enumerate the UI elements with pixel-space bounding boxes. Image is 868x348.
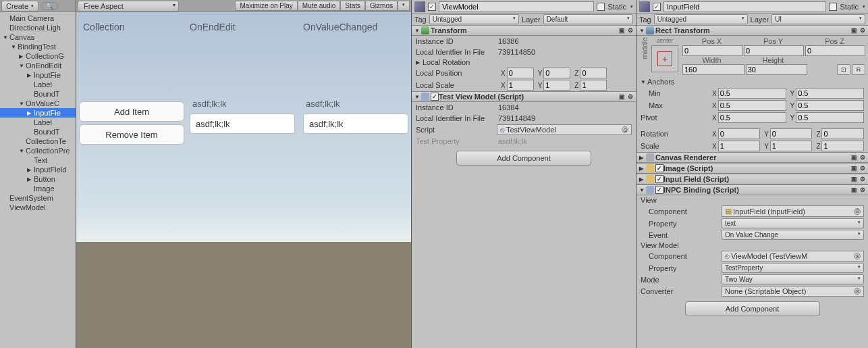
help-icon[interactable]: ▣	[851, 187, 857, 193]
hierarchy-item[interactable]: ▼Canvas	[0, 32, 76, 42]
rscale-y[interactable]	[770, 141, 813, 151]
gear-icon[interactable]: ⚙	[860, 154, 865, 161]
component-header[interactable]: ▶Image (Script)▣⚙	[636, 163, 868, 174]
inpc-enabled-checkbox[interactable]	[655, 186, 663, 194]
component-enabled-checkbox[interactable]	[655, 164, 663, 172]
rscale-x[interactable]	[718, 141, 761, 151]
hierarchy-item[interactable]: ▼OnEndEdit	[0, 61, 76, 70]
testviewmodel-header[interactable]: ▼ Test View Model (Script) ▣ ⚙	[412, 91, 636, 102]
hierarchy-item[interactable]: Label	[0, 118, 76, 127]
hierarchy-item[interactable]: ▶Button	[0, 174, 76, 184]
remove-item-button[interactable]: Remove Item	[79, 124, 184, 145]
component-header[interactable]: ▶Input Field (Script)▣⚙	[636, 174, 868, 184]
help-icon[interactable]: ▣	[619, 27, 625, 34]
static-dropdown-icon[interactable]: ▾	[630, 4, 633, 9]
tag-dropdown[interactable]: Untagged	[429, 14, 519, 24]
hierarchy-item[interactable]: Main Camera	[0, 14, 76, 23]
game-toolbar-gizmos[interactable]: Gizmos	[365, 1, 398, 11]
mode-dropdown[interactable]: Two Way	[722, 274, 864, 284]
game-toolbar-stats[interactable]: Stats	[340, 1, 365, 11]
help-icon[interactable]: ▣	[851, 176, 857, 182]
rect-width[interactable]	[682, 64, 744, 75]
rscale-z[interactable]	[821, 141, 864, 151]
help-icon[interactable]: ▣	[619, 93, 625, 100]
gameobject-name[interactable]	[663, 1, 826, 12]
gameobject-icon[interactable]	[414, 1, 425, 12]
scale-y[interactable]	[543, 80, 570, 91]
add-component-button[interactable]: Add Component	[685, 301, 820, 316]
search-icon[interactable]: 🔍	[41, 2, 58, 10]
game-toolbar-mute-audio[interactable]: Mute audio	[298, 1, 340, 11]
transform-header[interactable]: ▼ Transform ▣ ⚙	[412, 25, 636, 36]
help-icon[interactable]: ▣	[851, 154, 857, 161]
tvm-enabled-checkbox[interactable]	[431, 93, 439, 101]
gear-icon[interactable]: ⚙	[860, 176, 865, 182]
gear-icon[interactable]: ⚙	[860, 165, 865, 172]
converter-field[interactable]: None (Scriptable Object)⊙	[722, 286, 864, 297]
hierarchy-item[interactable]: Text	[0, 155, 76, 165]
component-enabled-checkbox[interactable]	[655, 175, 663, 183]
layer-dropdown[interactable]: Default	[543, 14, 633, 24]
rect-pos-z[interactable]	[805, 45, 865, 56]
script-field[interactable]: ⎋TestViewModel⊙	[497, 124, 632, 135]
hierarchy-item[interactable]: ▼CollectionPre	[0, 146, 76, 155]
game-toolbar-maximize-on-play[interactable]: Maximize on Play	[235, 1, 297, 11]
hierarchy-item[interactable]: BoundT	[0, 127, 76, 136]
hierarchy-item[interactable]: EventSystem	[0, 193, 76, 203]
input-onvaluechanged[interactable]: asdf;lk;lk	[303, 114, 408, 134]
hierarchy-item[interactable]: ▶CollectionG	[0, 51, 76, 61]
hierarchy-item[interactable]: Directional Ligh	[0, 23, 76, 32]
rot-z[interactable]	[821, 128, 864, 139]
gear-icon[interactable]: ⚙	[628, 93, 633, 100]
rot-x[interactable]	[718, 128, 761, 139]
hierarchy-item[interactable]: Label	[0, 80, 76, 89]
view-component-field[interactable]: ▦InputField (InputField)⊙	[722, 205, 864, 217]
gear-icon[interactable]: ⚙	[628, 27, 633, 34]
hierarchy-item[interactable]: CollectionTe	[0, 136, 76, 146]
gameobject-name[interactable]	[439, 1, 594, 12]
game-view[interactable]: Collection OnEndEdit OnValueChanged asdf…	[76, 12, 411, 242]
static-dropdown-icon[interactable]: ▾	[863, 4, 865, 9]
help-icon[interactable]: ▣	[851, 27, 857, 34]
anchor-min-y[interactable]	[796, 88, 864, 99]
static-checkbox[interactable]	[829, 3, 837, 11]
pivot-y[interactable]	[796, 112, 864, 123]
hierarchy-item[interactable]: ▼OnValueC	[0, 99, 76, 108]
raw-edit-button[interactable]: R	[852, 64, 865, 75]
pivot-x[interactable]	[718, 112, 786, 123]
input-onendedit[interactable]: asdf;lk;lk	[190, 114, 295, 134]
hierarchy-item[interactable]: ▶InputFie	[0, 108, 76, 118]
rect-pos-y[interactable]	[744, 45, 804, 56]
anchor-min-x[interactable]	[718, 88, 786, 99]
gameobject-icon[interactable]	[639, 1, 650, 12]
layer-dropdown[interactable]: UI	[771, 14, 865, 24]
scale-x[interactable]	[507, 80, 534, 91]
blueprint-mode-button[interactable]: ⊡	[837, 64, 850, 75]
hierarchy-item[interactable]: ViewModel	[0, 203, 76, 212]
hierarchy-item[interactable]: Image	[0, 184, 76, 193]
gear-icon[interactable]: ⚙	[860, 187, 865, 193]
active-checkbox[interactable]	[428, 3, 436, 11]
view-event-dropdown[interactable]: On Value Change	[722, 230, 864, 240]
anchor-max-y[interactable]	[796, 100, 864, 111]
gear-icon[interactable]: ⚙	[860, 27, 865, 34]
view-property-dropdown[interactable]: text	[722, 218, 864, 228]
anchor-max-x[interactable]	[718, 100, 786, 111]
vm-property-dropdown[interactable]: TestProperty	[722, 263, 864, 273]
hierarchy-tree[interactable]: Main CameraDirectional Ligh▼Canvas▼Bindi…	[0, 12, 76, 214]
active-checkbox[interactable]	[653, 3, 661, 11]
anchor-preset[interactable]	[651, 45, 678, 72]
static-checkbox[interactable]	[597, 3, 605, 11]
scale-z[interactable]	[580, 80, 607, 91]
aspect-dropdown[interactable]: Free Aspect	[78, 1, 179, 11]
hierarchy-item[interactable]: ▼BindingTest	[0, 42, 76, 51]
inpc-binding-header[interactable]: ▼ INPC Binding (Script) ▣ ⚙	[636, 184, 868, 195]
rect-height[interactable]	[746, 64, 808, 75]
hierarchy-item[interactable]: ▶InputFie	[0, 70, 76, 80]
rot-y[interactable]	[770, 128, 813, 139]
create-button[interactable]: Create ▾	[1, 1, 38, 11]
pos-y[interactable]	[543, 68, 570, 78]
rect-pos-x[interactable]	[682, 45, 742, 56]
recttransform-header[interactable]: ▼ Rect Transform ▣ ⚙	[636, 25, 868, 36]
hierarchy-item[interactable]: ▶InputField	[0, 165, 76, 174]
